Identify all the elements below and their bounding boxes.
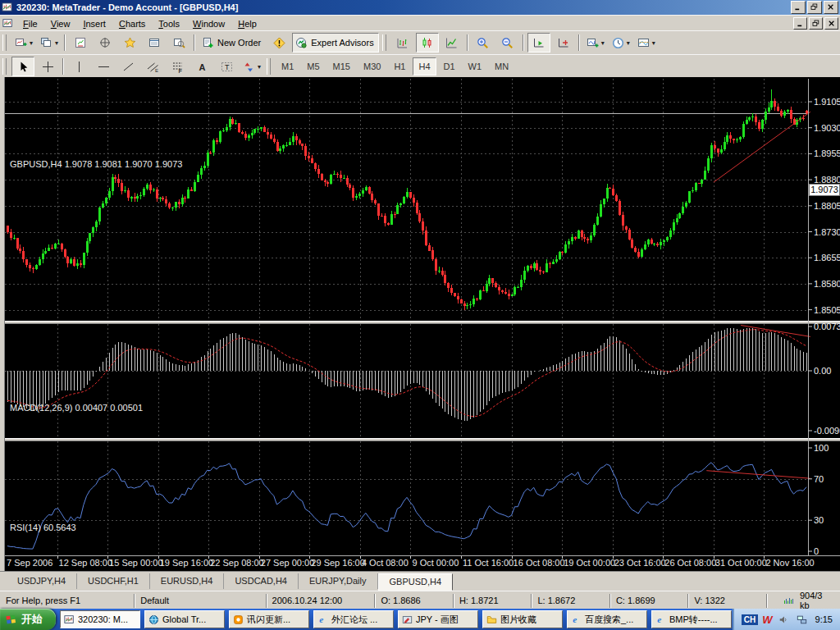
task-label: 320230: M... xyxy=(78,614,128,624)
timeframe-m5[interactable]: M5 xyxy=(301,57,325,75)
chart-workspace: 1.91051.90301.89551.88801.88051.87301.86… xyxy=(0,77,840,571)
svg-text:-0.00902: -0.00902 xyxy=(814,426,840,436)
child-minimize-button[interactable] xyxy=(793,17,807,30)
text-label-button[interactable]: A xyxy=(190,57,213,76)
new-order-button[interactable]: New Order xyxy=(199,33,266,52)
window-controls xyxy=(789,1,840,14)
task-button-6[interactable]: e百度搜索_... xyxy=(567,610,647,628)
strategy-tester-icon xyxy=(172,36,186,50)
candlestick-mode-button[interactable] xyxy=(416,33,439,52)
metaeditor-warning-button[interactable] xyxy=(267,33,290,52)
tab-gbpusd-h4[interactable]: GBPUSD,H4 xyxy=(378,573,454,591)
data-window-icon xyxy=(98,36,112,50)
menu-view[interactable]: View xyxy=(44,17,77,30)
timeframe-m1[interactable]: M1 xyxy=(276,57,299,75)
navigator-button[interactable] xyxy=(118,33,141,52)
bar-chart-mode-button[interactable] xyxy=(391,33,414,52)
tab-usdjpy-h4[interactable]: USDJPY,H4 xyxy=(7,573,77,589)
cursor-button[interactable] xyxy=(11,57,34,76)
globe-icon xyxy=(148,614,160,626)
dropdown-arrow-icon: ▾ xyxy=(55,39,58,47)
line-chart-mode-button[interactable] xyxy=(441,33,463,52)
svg-text:12 Sep 08:00: 12 Sep 08:00 xyxy=(59,558,112,568)
vertical-line-button[interactable] xyxy=(67,57,90,76)
strategy-tester-button[interactable] xyxy=(167,33,190,52)
new-order-icon xyxy=(201,36,215,50)
expert-advisors-icon xyxy=(294,36,308,50)
tab-eurjpy-daily[interactable]: EURJPY,Daily xyxy=(299,573,378,589)
arrows-button[interactable]: ▾ xyxy=(240,57,263,76)
start-label: 开始 xyxy=(21,612,43,627)
chart-shift-icon xyxy=(556,36,570,50)
current-price-badge: 1.9073 xyxy=(809,184,840,196)
title-bar: 320230: MetaTrader - Demo Account - [GBP… xyxy=(0,0,840,15)
profiles-button[interactable]: ▾ xyxy=(37,33,61,52)
timeframe-m15[interactable]: M15 xyxy=(327,57,356,75)
auto-scroll-button[interactable] xyxy=(527,33,550,52)
tab-eurusd-h4[interactable]: EURUSD,H4 xyxy=(150,573,225,589)
minimize-button[interactable] xyxy=(791,1,806,14)
chart-canvas[interactable]: 1.91051.90301.89551.88801.88051.87301.86… xyxy=(0,77,840,571)
new-chart-button[interactable]: ▾ xyxy=(11,33,35,52)
volume-icon[interactable] xyxy=(777,613,791,627)
toolbar-grip xyxy=(2,58,7,75)
expert-advisors-button[interactable]: Expert Advisors xyxy=(292,33,378,52)
task-button-7[interactable]: eBMP转----... xyxy=(651,610,732,628)
child-restore-button[interactable] xyxy=(809,17,823,30)
timeframe-h4[interactable]: H4 xyxy=(413,57,436,75)
text-box-button[interactable]: T xyxy=(215,57,238,76)
svg-text:2 Nov 16:00: 2 Nov 16:00 xyxy=(765,558,814,568)
chart-shift-button[interactable] xyxy=(552,33,575,52)
start-button[interactable]: 开始 xyxy=(0,609,56,630)
terminal-button[interactable] xyxy=(143,33,166,52)
templates-button[interactable]: ▾ xyxy=(634,33,658,52)
timeframe-d1[interactable]: D1 xyxy=(438,57,461,75)
task-button-1[interactable]: Global Tr... xyxy=(144,610,225,628)
windows-flag-icon xyxy=(4,613,18,627)
tab-usdchf-h1[interactable]: USDCHF,H1 xyxy=(77,573,150,589)
maxthon-tray-icon[interactable]: W xyxy=(762,614,772,626)
crosshair-button[interactable] xyxy=(36,57,59,76)
task-button-5[interactable]: 图片收藏 xyxy=(482,610,563,628)
task-button-4[interactable]: JPY - 画图 xyxy=(398,610,478,628)
menu-insert[interactable]: Insert xyxy=(76,17,112,30)
zoom-out-button[interactable] xyxy=(496,33,519,52)
status-bar: For Help, press F1Default2006.10.24 12:0… xyxy=(0,591,840,609)
svg-text:0: 0 xyxy=(814,546,819,556)
timeframe-m30[interactable]: M30 xyxy=(358,57,386,75)
timeframe-w1[interactable]: W1 xyxy=(463,57,488,75)
menu-charts[interactable]: Charts xyxy=(112,17,152,30)
toolbar-separator xyxy=(578,34,580,51)
taskbar: 开始 320230: M...Global Tr...讯闪更新...e外汇论坛 … xyxy=(0,609,840,630)
task-button-3[interactable]: e外汇论坛 ... xyxy=(313,610,394,628)
child-close-button[interactable] xyxy=(824,17,838,30)
ime-indicator[interactable]: CH xyxy=(742,614,758,625)
equidistant-channel-button[interactable]: E xyxy=(141,57,164,76)
network-icon[interactable] xyxy=(795,613,809,627)
indicators-button[interactable]: ▾ xyxy=(583,33,607,52)
close-button[interactable] xyxy=(824,1,838,14)
dropdown-arrow-icon: ▾ xyxy=(627,39,630,47)
tab-usdcad-h4[interactable]: USDCAD,H4 xyxy=(224,573,299,589)
fibonacci-button[interactable]: F xyxy=(166,57,189,76)
trendline-button[interactable] xyxy=(116,57,139,76)
timeframe-mn[interactable]: MN xyxy=(489,57,514,75)
menu-bar: FileViewInsertChartsToolsWindowHelp xyxy=(0,15,840,31)
channel-icon: E xyxy=(146,60,160,74)
menu-tools[interactable]: Tools xyxy=(152,17,186,30)
zoom-in-button[interactable] xyxy=(472,33,495,52)
horizontal-line-button[interactable] xyxy=(92,57,115,76)
restore-button[interactable] xyxy=(807,1,822,14)
menu-help[interactable]: Help xyxy=(231,17,263,30)
window-title: 320230: MetaTrader - Demo Account - [GBP… xyxy=(16,2,238,12)
periods-button[interactable]: ▾ xyxy=(609,33,632,52)
terminal-icon xyxy=(148,36,162,50)
menu-window[interactable]: Window xyxy=(186,17,231,30)
task-button-0[interactable]: 320230: M... xyxy=(60,610,140,628)
task-button-2[interactable]: 讯闪更新... xyxy=(229,610,309,628)
data-window-button[interactable] xyxy=(94,33,116,52)
svg-text:e: e xyxy=(319,614,323,624)
market-watch-button[interactable] xyxy=(69,33,92,52)
timeframe-h1[interactable]: H1 xyxy=(388,57,411,75)
menu-file[interactable]: File xyxy=(16,17,44,30)
